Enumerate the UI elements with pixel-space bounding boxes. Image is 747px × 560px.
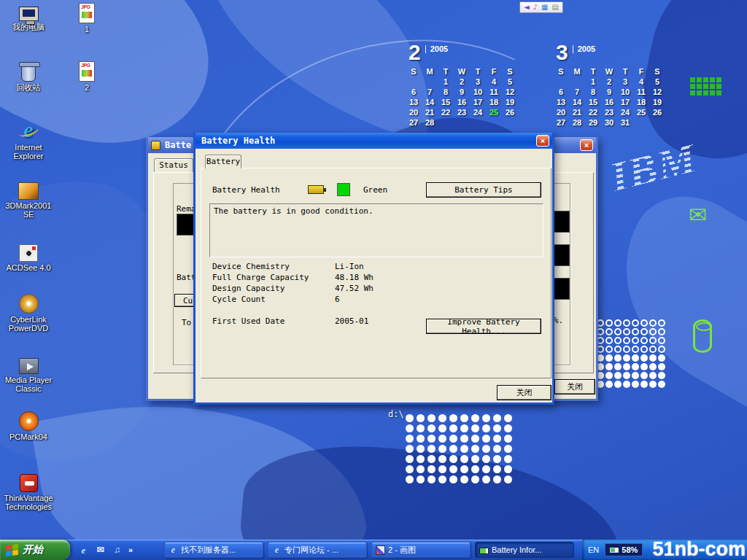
calendar-weekday: T <box>438 66 454 77</box>
taskbar-button-paint[interactable]: 2 - 画图 <box>371 542 471 558</box>
dot <box>482 414 490 422</box>
dot <box>482 465 490 473</box>
desktop-icon-label: 1 <box>61 25 112 34</box>
jpg-tag: JPG <box>81 4 90 10</box>
condition-textbox[interactable]: The battery is in good condition. <box>209 203 543 257</box>
desktop-icon-3dmark2001-se[interactable]: 3DMark2001 SE <box>3 179 54 219</box>
dot <box>658 346 665 353</box>
calendar-day: 29 <box>585 117 601 128</box>
quicklaunch-overflow-chevron[interactable]: » <box>128 540 133 560</box>
battery-health-titlebar[interactable]: Battery Health × <box>196 133 552 149</box>
close-icon[interactable]: × <box>536 135 549 147</box>
dot <box>640 337 648 344</box>
dot <box>632 346 639 353</box>
improve-battery-health-button[interactable]: Improve Battery Health... <box>426 319 541 334</box>
tray-battery-indicator[interactable]: 58% <box>605 543 643 556</box>
desktop-icon-recycle-bin[interactable]: 回收站 <box>3 61 54 92</box>
taskbar-button-battery[interactable]: Battery Infor... <box>475 542 574 558</box>
calendar-day: 27 <box>406 117 422 128</box>
desktop-icon-cyberlink-powerdvd[interactable]: CyberLink PowerDVD <box>3 292 54 332</box>
tab-battery[interactable]: Battery <box>205 155 241 168</box>
powerdvd-icon <box>19 294 39 314</box>
dot <box>427 465 436 473</box>
field-label: Device Chemistry <box>212 262 335 273</box>
taskbar-button-ie[interactable]: e找不到服务器... <box>164 542 263 558</box>
dot <box>649 372 657 379</box>
calendar-day: 27 <box>553 117 569 128</box>
dot <box>614 319 622 327</box>
battery-tips-button[interactable]: Battery Tips <box>426 182 541 198</box>
calendar-day: 25 <box>633 107 649 117</box>
thinkvantage-icon <box>20 474 38 492</box>
taskbar-button-label: 专门网论坛 - ... <box>285 545 338 556</box>
quicklaunch-media-player[interactable]: ♫ <box>111 544 123 556</box>
music-notes-icon[interactable]: ♪ <box>533 3 538 12</box>
close-button[interactable]: 关闭 <box>554 379 595 394</box>
close-icon[interactable]: × <box>580 139 593 151</box>
dot <box>614 354 622 362</box>
field-label: Cycle Count <box>212 295 335 306</box>
battery-gauge-cell <box>554 278 570 300</box>
desktop-icon-file-2[interactable]: JPG2 <box>61 61 112 92</box>
desktop-icon-my-computer[interactable]: 我的电脑 <box>3 4 54 31</box>
battery-health-window[interactable]: Battery Health × Battery Battery Health … <box>193 133 554 405</box>
calendar-day: 13 <box>406 97 422 107</box>
calendar-day: 21 <box>422 107 438 117</box>
calendar-day: 24 <box>617 107 633 117</box>
start-button[interactable]: 开始 <box>0 540 70 560</box>
envelope-icon: ✉ <box>689 204 707 226</box>
dot <box>482 455 490 463</box>
calendar-weekday: M <box>569 66 585 77</box>
dot <box>658 372 665 379</box>
battery-field-row: Full Charge Capacity48.18 Wh <box>212 273 453 284</box>
desktop-icon-acdsee-4[interactable]: ACDSee 4.0 <box>3 241 54 272</box>
dot <box>605 354 613 362</box>
calendar-day: 7 <box>569 87 585 97</box>
dot <box>493 455 501 463</box>
desktop-icon-file-1[interactable]: JPG1 <box>61 2 112 34</box>
calendar-weekday: S <box>649 66 665 77</box>
spreadsheet-cell <box>690 77 695 82</box>
language-indicator[interactable]: EN <box>588 545 599 554</box>
calendar-day: 16 <box>454 97 470 107</box>
tab-label: Battery <box>206 157 240 166</box>
keyboard-icon[interactable]: ▤ <box>552 3 559 12</box>
calendar-day: 24 <box>470 107 486 117</box>
desktop-icon-label: Media Player Classic <box>3 376 54 393</box>
desktop-icon-internet-explorer[interactable]: eInternet Explorer <box>3 118 54 160</box>
calendar-day: 18 <box>486 97 502 107</box>
quicklaunch-mail[interactable]: ✉ <box>94 544 107 556</box>
calendar-day: 3 <box>617 77 633 87</box>
desktop-icon-media-player-classic[interactable]: Media Player Classic <box>3 354 54 393</box>
dot <box>623 372 630 379</box>
dot <box>449 414 457 422</box>
desktop-icon-thinkvantage-technologies[interactable]: ThinkVantage Technologies <box>3 472 54 511</box>
dot <box>504 445 512 453</box>
battery-field-row: Cycle Count6 <box>212 295 453 306</box>
spreadsheet-cell <box>710 90 715 96</box>
dots-panel-bottom <box>406 414 515 486</box>
field-label: Design Capacity <box>212 284 335 295</box>
system-widget: ◄♪▦▤ <box>519 1 563 13</box>
dot <box>482 445 490 453</box>
volume-icon[interactable]: ◄ <box>524 3 530 12</box>
dot <box>449 475 457 483</box>
calendar-day: 30 <box>601 117 617 128</box>
dot <box>658 337 665 344</box>
computer-icon <box>19 7 39 21</box>
calendar-day: 23 <box>601 107 617 117</box>
dot <box>605 328 613 335</box>
desktop-icon-column-1: 我的电脑回收站eInternet Explorer3DMark2001 SEAC… <box>3 0 54 540</box>
field-value: 48.18 Wh <box>335 273 374 284</box>
calendar-weekday: T <box>470 66 486 77</box>
taskbar-button-ie[interactable]: e专门网论坛 - ... <box>268 542 367 558</box>
close-button[interactable]: 关闭 <box>497 385 551 400</box>
display-icon[interactable]: ▦ <box>541 3 548 12</box>
calendar-day: 12 <box>649 87 665 97</box>
dot <box>605 372 613 379</box>
quicklaunch-internet-explorer[interactable]: e <box>77 544 90 556</box>
tab-status[interactable]: Status <box>154 158 193 172</box>
calendar-day: 3 <box>470 77 486 87</box>
desktop-icon-pcmark04[interactable]: PCMark04 <box>3 410 54 441</box>
spreadsheet-cell <box>710 84 715 89</box>
